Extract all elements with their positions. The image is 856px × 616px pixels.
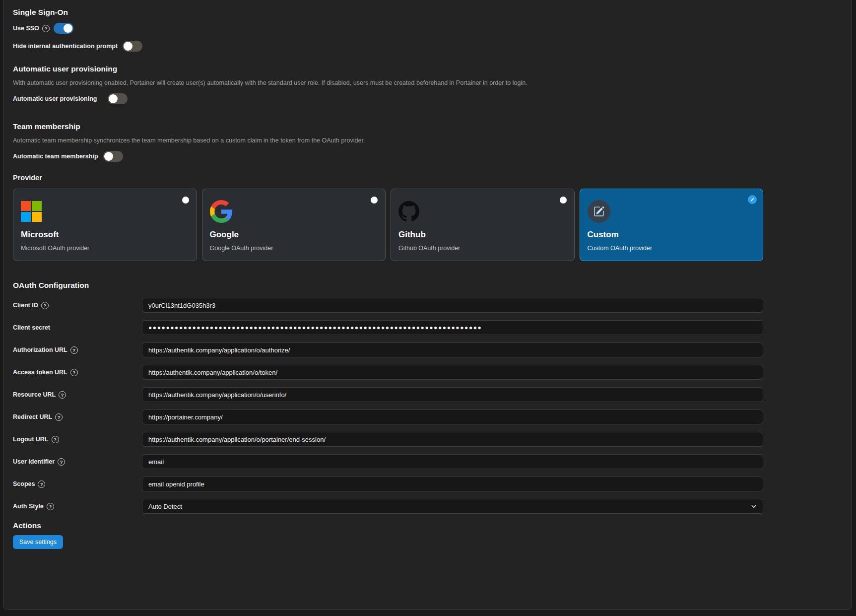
google-logo-icon <box>210 200 378 223</box>
auth-style-select[interactable]: Auto Detect <box>142 499 763 514</box>
hide-prompt-label: Hide internal authentication prompt <box>13 43 118 50</box>
help-icon[interactable]: ? <box>70 346 78 354</box>
use-sso-label: Use SSO <box>13 25 39 32</box>
help-icon[interactable]: ? <box>38 480 45 488</box>
redirect-url-label: Redirect URL <box>13 413 52 420</box>
help-icon[interactable]: ? <box>52 436 59 443</box>
team-description: Automatic team membership synchronizes t… <box>13 137 763 144</box>
scopes-row: Scopes ? <box>13 477 763 491</box>
user-identifier-row: User identifier ? <box>13 454 763 469</box>
sso-section-title: Single Sign-On <box>13 8 763 17</box>
check-icon: ✓ <box>748 195 757 204</box>
provider-card-github[interactable]: Github Github OAuth provider <box>391 189 575 261</box>
provider-card-microsoft[interactable]: Microsoft Microsoft OAuth provider <box>13 189 197 261</box>
provider-card-title: Google <box>210 230 378 240</box>
provider-card-subtitle: Github OAuth provider <box>398 245 566 252</box>
auth-style-selected-value: Auto Detect <box>148 503 182 510</box>
provider-cards: Microsoft Microsoft OAuth provider Googl… <box>13 189 763 261</box>
help-icon[interactable]: ? <box>58 458 65 466</box>
oauth-form: Client ID ? Client secret Authorization … <box>13 298 763 514</box>
microsoft-logo-icon <box>21 200 189 223</box>
toggle-knob <box>124 42 132 51</box>
scopes-label: Scopes <box>13 480 35 487</box>
provider-section-title: Provider <box>13 174 763 182</box>
help-icon[interactable]: ? <box>70 369 78 376</box>
provider-card-custom[interactable]: ✓ Custom Custom OAuth provider <box>580 189 764 261</box>
provisioning-toggle-label: Automatic user provisioning <box>13 95 97 102</box>
hide-prompt-toggle[interactable] <box>123 41 142 52</box>
oauth-settings-content: Single Sign-On Use SSO ? Hide internal a… <box>3 0 852 549</box>
provisioning-description: With automatic user provisioning enabled… <box>13 79 763 86</box>
logout-url-input[interactable] <box>142 432 763 447</box>
access-token-url-input[interactable] <box>142 365 763 380</box>
hide-prompt-row: Hide internal authentication prompt <box>13 41 763 52</box>
team-section-title: Team membership <box>13 122 763 131</box>
client-secret-row: Client secret <box>13 320 763 335</box>
team-toggle-label: Automatic team membership <box>13 153 98 160</box>
redirect-url-input[interactable] <box>142 410 763 424</box>
client-id-input[interactable] <box>142 298 763 313</box>
chevron-down-icon <box>751 503 757 509</box>
help-icon[interactable]: ? <box>47 503 54 510</box>
client-secret-label: Client secret <box>13 324 50 331</box>
oauth-section-title: OAuth Configuration <box>13 281 763 290</box>
auth-style-row: Auth Style ? Auto Detect <box>13 499 763 514</box>
provider-card-subtitle: Google OAuth provider <box>210 245 378 252</box>
resource-url-label: Resource URL <box>13 391 56 398</box>
team-toggle[interactable] <box>103 151 123 162</box>
authorization-url-label: Authorization URL <box>13 346 67 353</box>
scopes-input[interactable] <box>142 477 763 491</box>
authorization-url-row: Authorization URL ? <box>13 342 763 357</box>
logout-url-row: Logout URL ? <box>13 432 763 447</box>
actions-section-title: Actions <box>13 521 763 530</box>
provider-card-subtitle: Microsoft OAuth provider <box>21 245 189 252</box>
redirect-url-row: Redirect URL ? <box>13 410 763 424</box>
use-sso-row: Use SSO ? <box>13 23 763 34</box>
edit-icon <box>588 200 755 223</box>
logout-url-label: Logout URL <box>13 436 49 443</box>
help-icon[interactable]: ? <box>59 391 66 399</box>
client-id-label: Client ID <box>13 302 38 309</box>
provider-card-subtitle: Custom OAuth provider <box>588 245 755 252</box>
client-secret-input[interactable] <box>142 320 763 335</box>
resource-url-input[interactable] <box>142 387 763 402</box>
access-token-url-row: Access token URL ? <box>13 365 763 380</box>
github-logo-icon <box>398 200 566 223</box>
team-row: Automatic team membership <box>13 151 763 162</box>
radio-unselected-icon[interactable] <box>182 197 189 204</box>
provisioning-section-title: Automatic user provisioning <box>13 65 763 73</box>
help-icon[interactable]: ? <box>42 25 50 32</box>
use-sso-toggle[interactable] <box>54 23 73 34</box>
access-token-url-label: Access token URL <box>13 369 67 376</box>
help-icon[interactable]: ? <box>55 413 63 421</box>
user-identifier-input[interactable] <box>142 454 763 469</box>
toggle-knob <box>64 24 72 33</box>
settings-panel: Single Sign-On Use SSO ? Hide internal a… <box>3 0 852 610</box>
provisioning-row: Automatic user provisioning <box>13 93 763 104</box>
provider-card-title: Custom <box>588 230 755 240</box>
resource-url-row: Resource URL ? <box>13 387 763 402</box>
toggle-knob <box>109 94 118 103</box>
provider-card-title: Microsoft <box>21 230 189 240</box>
provider-card-title: Github <box>398 230 566 240</box>
provider-card-google[interactable]: Google Google OAuth provider <box>202 189 386 261</box>
toggle-knob <box>104 152 113 161</box>
provisioning-toggle[interactable] <box>108 93 128 104</box>
save-settings-button[interactable]: Save settings <box>13 535 63 549</box>
client-id-row: Client ID ? <box>13 298 763 313</box>
help-icon[interactable]: ? <box>41 302 49 309</box>
radio-unselected-icon[interactable] <box>560 197 567 204</box>
authorization-url-input[interactable] <box>142 342 763 357</box>
radio-unselected-icon[interactable] <box>371 197 378 204</box>
user-identifier-label: User identifier <box>13 458 55 465</box>
auth-style-label: Auth Style <box>13 503 44 510</box>
